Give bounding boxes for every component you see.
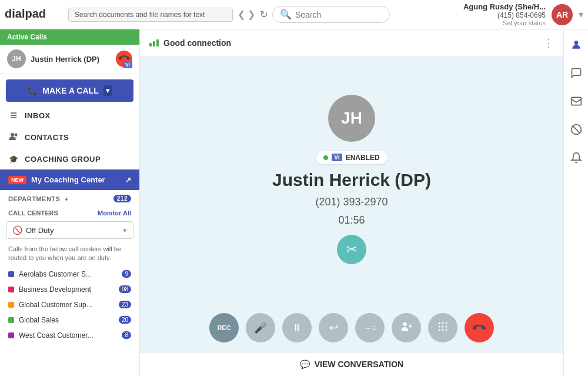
sidebar-item-contacts[interactable]: CONTACTS xyxy=(0,126,139,149)
right-sidebar-message-icon[interactable] xyxy=(567,92,586,111)
svg-point-3 xyxy=(403,322,407,326)
svg-text:dialpad: dialpad xyxy=(5,7,46,20)
svg-point-12 xyxy=(446,329,447,331)
cc-name: Global Sales xyxy=(19,316,114,324)
call-centers-hint: Calls from the below call centers will b… xyxy=(0,242,139,267)
signal-bar-1 xyxy=(149,43,152,46)
call-centers-label: CALL CENTERS xyxy=(8,209,58,217)
transfer-button[interactable]: ↩ xyxy=(319,313,348,342)
topbar: dialpad Search documents and file names … xyxy=(0,0,588,29)
svg-point-11 xyxy=(442,329,444,331)
main-content: Good connection ⋮ JH Vi ENABLED Justin H… xyxy=(140,29,563,376)
right-sidebar-support-icon[interactable] xyxy=(567,120,586,139)
right-sidebar-chat-icon[interactable] xyxy=(567,64,586,82)
inbox-icon: ☰ xyxy=(8,111,19,120)
vi-active-dot xyxy=(323,155,328,160)
main-layout: Active Calls JH Justin Herrick (DP) 📞 Vi… xyxy=(0,29,588,376)
user-status[interactable]: Set your status xyxy=(463,19,546,26)
right-sidebar-alert-icon[interactable] xyxy=(567,148,586,167)
signal-bars xyxy=(149,39,159,46)
svg-point-6 xyxy=(446,322,447,324)
coaching-center-label: My Coaching Center xyxy=(31,175,105,184)
vi-label: Vi xyxy=(332,154,342,161)
search-bar[interactable]: 🔍 xyxy=(272,6,390,23)
end-call-button[interactable]: 📞 xyxy=(465,313,494,342)
call-top-bar: Good connection ⋮ xyxy=(140,29,563,57)
hold-button[interactable]: ⏸ xyxy=(282,313,312,342)
sidebar-item-coaching-group[interactable]: 🎓 COACHING GROUP xyxy=(0,149,139,169)
mute-button[interactable]: 🎤 xyxy=(246,313,275,342)
scissors-button[interactable]: ✂ xyxy=(337,235,366,264)
cc-count: 9 xyxy=(122,270,131,278)
forward-icon: →≡ xyxy=(364,324,376,332)
off-duty-select[interactable]: 🚫 Off Duty ▾ xyxy=(6,221,133,239)
caller-avatar: JH xyxy=(328,95,375,142)
cc-color-dot xyxy=(8,332,14,338)
cc-count: 20 xyxy=(119,316,131,324)
keypad-icon xyxy=(437,321,448,335)
svg-point-9 xyxy=(446,325,447,327)
transfer-icon: ↩ xyxy=(329,321,338,334)
off-duty-chevron: ▾ xyxy=(123,226,127,235)
vi-status-label: ENABLED xyxy=(346,154,380,162)
signal-bar-2 xyxy=(153,41,155,46)
search-hint[interactable]: Search documents and file names for text xyxy=(68,8,233,22)
view-conversation-label: VIEW CONVERSATION xyxy=(315,360,403,369)
list-item[interactable]: Global Sales 20 xyxy=(0,312,139,328)
list-item[interactable]: Global Customer Sup... 23 xyxy=(0,297,139,312)
forward-button[interactable]: →≡ xyxy=(355,313,385,342)
record-button[interactable]: REC xyxy=(209,313,239,342)
cc-color-dot xyxy=(8,287,14,292)
list-item[interactable]: Business Development 98 xyxy=(0,282,139,297)
more-options-icon[interactable]: ⋮ xyxy=(543,36,554,49)
departments-label: DEPARTMENTS + xyxy=(8,195,69,202)
vi-call-badge: Vi xyxy=(123,61,132,68)
off-duty-icon: 🚫 xyxy=(12,225,22,235)
cc-count: 8 xyxy=(122,331,131,339)
right-sidebar-person-icon[interactable] xyxy=(567,35,586,54)
cc-name: West Coast Customer... xyxy=(19,331,117,340)
user-name: Agung Rusdy (She/H... xyxy=(463,2,546,11)
departments-section: DEPARTMENTS + 212 xyxy=(0,190,139,207)
make-call-button[interactable]: 📞 MAKE A CALL ▾ xyxy=(6,79,133,102)
view-conversation-button[interactable]: 💬 VIEW CONVERSATION xyxy=(140,352,563,376)
keypad-button[interactable] xyxy=(428,313,457,342)
svg-point-4 xyxy=(439,322,440,324)
caller-name: Justin Herrick (DP) xyxy=(272,170,431,190)
departments-plus[interactable]: + xyxy=(65,195,69,202)
call-centers-header: CALL CENTERS Monitor All xyxy=(0,207,139,219)
svg-point-2 xyxy=(15,134,18,137)
my-coaching-center-item[interactable]: NEW My Coaching Center ↗ xyxy=(0,169,139,190)
nav-arrows: ❮ ❯ xyxy=(238,9,255,20)
nav-back-icon[interactable]: ❮ xyxy=(238,9,245,20)
user-phone: (415) 854-0695 xyxy=(463,11,546,19)
nav-forward-icon[interactable]: ❯ xyxy=(248,9,255,20)
connection-label: Good connection xyxy=(163,38,231,48)
monitor-all-link[interactable]: Monitor All xyxy=(98,209,131,217)
cc-color-dot xyxy=(8,317,14,323)
active-calls-header: Active Calls xyxy=(0,29,139,45)
off-duty-label: Off Duty xyxy=(26,226,54,235)
search-input[interactable] xyxy=(295,10,382,19)
sidebar-item-inbox[interactable]: ☰ INBOX xyxy=(0,105,139,126)
user-details: Agung Rusdy (She/H... (415) 854-0695 Set… xyxy=(463,2,546,26)
active-call-item[interactable]: JH Justin Herrick (DP) 📞 Vi xyxy=(0,45,139,74)
user-menu-chevron[interactable]: ▾ xyxy=(579,9,583,20)
scissors-icon: ✂ xyxy=(346,242,357,257)
hold-icon: ⏸ xyxy=(292,322,302,334)
caller-number: (201) 393-2970 xyxy=(315,196,387,208)
mute-icon: 🎤 xyxy=(254,321,267,334)
new-badge: NEW xyxy=(8,176,26,184)
active-call-name: Justin Herrick (DP) xyxy=(31,55,111,64)
active-call-avatar: JH xyxy=(7,49,26,68)
add-participant-icon xyxy=(400,321,412,335)
signal-bar-3 xyxy=(156,39,159,46)
call-timer: 01:56 xyxy=(338,214,365,227)
add-participant-button[interactable] xyxy=(392,313,421,342)
svg-point-10 xyxy=(439,329,440,331)
list-item[interactable]: West Coast Customer... 8 xyxy=(0,328,139,343)
refresh-icon[interactable]: ↻ xyxy=(260,9,268,20)
app-logo: dialpad xyxy=(5,4,64,25)
user-avatar[interactable]: AR xyxy=(552,4,573,25)
list-item[interactable]: Aerolabs Customer S... 9 xyxy=(0,267,139,282)
